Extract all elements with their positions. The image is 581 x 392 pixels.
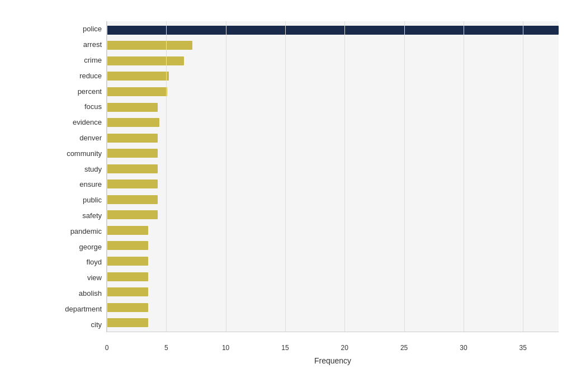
grid-line: [523, 21, 523, 332]
x-tick: 5: [164, 344, 168, 352]
x-tick: 10: [222, 344, 229, 352]
bar-row: [107, 224, 559, 237]
y-label: floyd: [56, 256, 106, 268]
x-tick: 20: [341, 344, 348, 352]
grid-line: [344, 21, 345, 332]
grid-line: [166, 21, 167, 332]
grid-line: [285, 21, 286, 332]
bar: [107, 56, 184, 65]
y-label: study: [56, 163, 106, 175]
bar: [107, 210, 158, 219]
bar-row: [107, 178, 559, 190]
y-label: evidence: [56, 116, 106, 129]
y-label: ensure: [56, 178, 106, 191]
y-label: reduce: [56, 69, 106, 82]
bar: [107, 257, 148, 266]
bar-row: [107, 55, 559, 67]
y-label: city: [56, 318, 106, 330]
y-label: george: [56, 240, 106, 253]
bar: [107, 103, 158, 112]
bar: [107, 26, 559, 35]
bar-row: [107, 271, 559, 283]
grid-line: [107, 21, 107, 332]
bar: [107, 303, 148, 312]
bar-row: [107, 132, 559, 144]
bar-row: [107, 286, 559, 298]
bar-row: [107, 147, 559, 159]
y-label: safety: [56, 209, 106, 221]
bar-row: [107, 70, 559, 82]
bar-row: [107, 39, 559, 51]
bar-row: [107, 317, 559, 329]
bar-row: [107, 239, 559, 252]
bar: [107, 164, 158, 173]
x-tick: 0: [105, 344, 109, 352]
y-label: view: [56, 272, 106, 284]
bar: [107, 72, 169, 81]
bar: [107, 195, 158, 204]
bar-row: [107, 209, 559, 221]
chart-container: policearrestcrimereducepercentfocusevide…: [0, 0, 581, 392]
bars-container: [107, 21, 559, 332]
bar-row: [107, 116, 559, 129]
bar: [107, 87, 167, 96]
bar-row: [107, 301, 559, 314]
bar-row: [107, 193, 559, 206]
grid-line: [404, 21, 405, 332]
bar-row: [107, 163, 559, 175]
bar: [107, 180, 158, 188]
bar: [107, 226, 148, 235]
y-label: community: [56, 147, 106, 159]
y-label: pandemic: [56, 225, 106, 237]
x-tick: 15: [281, 344, 289, 352]
y-axis: policearrestcrimereducepercentfocusevide…: [56, 21, 106, 332]
grid-line: [464, 21, 464, 332]
x-axis-label: Frequency: [314, 356, 351, 365]
y-label: department: [56, 303, 106, 315]
y-label: crime: [56, 54, 106, 66]
bar: [107, 272, 148, 281]
y-label: public: [56, 194, 106, 206]
y-label: focus: [56, 101, 106, 113]
bar: [107, 134, 158, 143]
bar: [107, 287, 148, 296]
y-label: percent: [56, 85, 106, 97]
x-tick: 35: [519, 344, 527, 352]
x-tick: 30: [460, 344, 467, 352]
bar: [107, 149, 158, 158]
bar: [107, 318, 148, 327]
y-label: denver: [56, 131, 106, 144]
bar-row: [107, 86, 559, 98]
bar: [107, 241, 148, 250]
bar-row: [107, 101, 559, 114]
plot-area: 05101520253035Frequency: [106, 21, 559, 332]
y-label: abolish: [56, 287, 106, 299]
bar-row: [107, 255, 559, 267]
bar: [107, 41, 192, 50]
x-tick: 25: [400, 344, 408, 352]
y-label: arrest: [56, 39, 106, 51]
bar: [107, 118, 159, 127]
bar-row: [107, 24, 559, 36]
y-label: police: [56, 23, 106, 35]
grid-line: [226, 21, 226, 332]
